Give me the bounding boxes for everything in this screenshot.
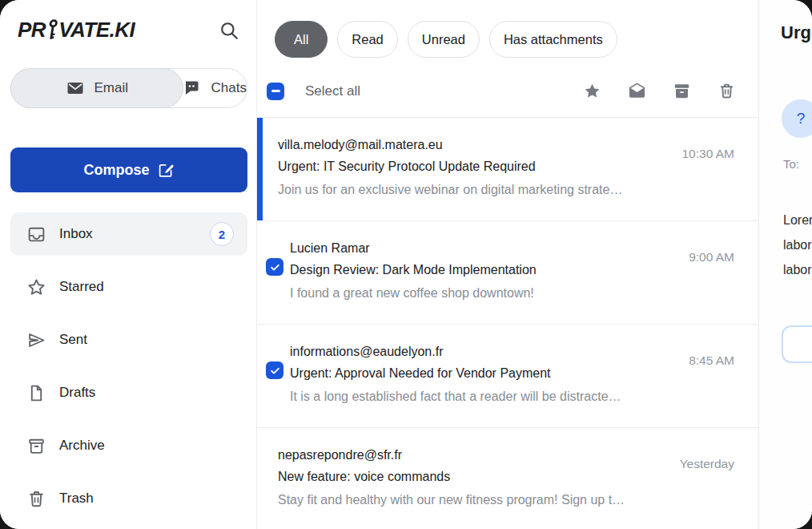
select-all-label: Select all xyxy=(305,83,583,99)
star-action-button[interactable] xyxy=(583,82,601,100)
sidebar: PR VATE.KI Email xyxy=(0,0,257,529)
app-logo: PR VATE.KI xyxy=(18,18,135,42)
email-preview: I found a great new coffee shop downtown… xyxy=(290,286,734,301)
send-icon xyxy=(26,330,46,350)
email-row[interactable]: villa.melody@mail.matera.eu Urgent: IT S… xyxy=(257,118,758,221)
email-time: 9:00 AM xyxy=(689,250,734,264)
mark-read-icon xyxy=(628,82,646,100)
sidebar-item-starred[interactable]: Starred xyxy=(10,265,247,309)
key-icon xyxy=(46,18,59,41)
detail-to-label: To: xyxy=(783,157,799,171)
check-icon xyxy=(270,262,280,273)
envelope-icon xyxy=(66,79,85,98)
email-preview: Stay fit and healthy with our new fitnes… xyxy=(278,493,734,507)
detail-subject-title: Urgent: IT Security Protocol Update Requ… xyxy=(781,22,812,43)
filter-chip-all[interactable]: All xyxy=(275,21,328,58)
email-sender: nepasrepondre@sfr.fr xyxy=(278,448,734,462)
mode-toggle: Email Chats xyxy=(10,68,247,108)
email-row[interactable]: nepasrepondre@sfr.fr New feature: voice … xyxy=(257,428,758,529)
body-line: laboris nisi ut aliquip ex ea commodo xyxy=(783,263,812,277)
sidebar-item-label: Drafts xyxy=(59,385,234,401)
filter-chip-read[interactable]: Read xyxy=(337,21,397,58)
email-checkbox[interactable] xyxy=(266,258,283,276)
bulk-actions xyxy=(583,82,736,100)
filter-chip-has-attachments[interactable]: Has attachments xyxy=(489,21,617,58)
email-time: 10:30 AM xyxy=(682,147,735,161)
detail-body-text: Lorem ipsum dolor sit amet, consectetur … xyxy=(783,213,812,288)
archive-action-button[interactable] xyxy=(673,82,691,100)
email-row[interactable]: Lucien Ramar Design Review: Dark Mode Im… xyxy=(257,221,758,325)
compose-button[interactable]: Compose xyxy=(10,147,247,192)
email-subject: New feature: voice commands xyxy=(278,470,734,484)
body-line: labore et dolore magna aliqua. Ut enim xyxy=(783,238,812,252)
inbox-unread-badge: 2 xyxy=(210,222,234,246)
tab-email[interactable]: Email xyxy=(10,68,183,108)
email-list-pane: All Read Unread Has attachments Select a… xyxy=(257,0,759,529)
sidebar-item-label: Inbox xyxy=(59,226,210,242)
archive-icon xyxy=(26,436,46,456)
email-subject: Urgent: IT Security Protocol Update Requ… xyxy=(278,160,734,174)
draft-icon xyxy=(26,383,46,403)
open-email-accent-bar xyxy=(257,118,263,220)
email-subject: Design Review: Dark Mode Implementation xyxy=(290,263,734,277)
search-icon xyxy=(219,20,239,41)
body-line: Lorem ipsum dolor sit amet, consectetur xyxy=(783,213,812,228)
tab-email-label: Email xyxy=(94,80,129,96)
email-preview: It is a long established fact that a rea… xyxy=(290,390,734,404)
reply-input[interactable] xyxy=(782,325,812,363)
check-icon xyxy=(270,365,280,376)
trash-icon xyxy=(26,489,46,509)
chat-icon xyxy=(183,79,202,98)
bulk-action-bar: Select all xyxy=(257,71,758,118)
email-checkbox[interactable] xyxy=(266,361,283,379)
email-sender: informations@eaudelyon.fr xyxy=(290,345,734,359)
tab-chats[interactable]: Chats xyxy=(183,69,247,107)
inbox-icon xyxy=(26,224,46,244)
sidebar-item-label: Sent xyxy=(59,332,234,348)
app-window: PR VATE.KI Email xyxy=(0,0,812,529)
delete-action-button[interactable] xyxy=(718,82,736,100)
email-sender: villa.melody@mail.matera.eu xyxy=(278,138,734,152)
sidebar-item-sent[interactable]: Sent xyxy=(10,318,247,361)
star-icon xyxy=(583,82,601,100)
star-icon xyxy=(26,277,46,297)
sidebar-item-label: Trash xyxy=(59,491,234,507)
email-time: 8:45 AM xyxy=(689,353,734,368)
tab-chats-label: Chats xyxy=(211,80,247,96)
sidebar-item-label: Archive xyxy=(59,438,234,454)
sidebar-item-drafts[interactable]: Drafts xyxy=(10,371,247,414)
filter-chip-unread[interactable]: Unread xyxy=(408,21,480,58)
filter-chips: All Read Unread Has attachments xyxy=(257,0,758,58)
archive-icon xyxy=(673,82,691,100)
email-subject: Urgent: Approval Needed for Vendor Payme… xyxy=(290,366,734,381)
sidebar-item-trash[interactable]: Trash xyxy=(10,477,247,520)
logo-text-prefix: PR xyxy=(18,18,46,42)
sender-avatar: ? xyxy=(782,99,812,138)
email-row[interactable]: informations@eaudelyon.fr Urgent: Approv… xyxy=(257,325,758,428)
edit-icon xyxy=(158,162,175,179)
email-sender: Lucien Ramar xyxy=(290,241,734,256)
delete-icon xyxy=(718,82,736,100)
sidebar-nav: Inbox 2 Starred Sent Draf xyxy=(10,212,247,529)
email-time: Yesterday xyxy=(680,457,734,471)
email-preview: Join us for an exclusive webinar on digi… xyxy=(278,183,734,197)
sidebar-item-inbox[interactable]: Inbox 2 xyxy=(10,212,247,256)
sidebar-item-archive[interactable]: Archive xyxy=(10,424,247,467)
select-all-checkbox[interactable] xyxy=(267,83,284,100)
sidebar-item-label: Starred xyxy=(59,279,234,295)
search-button[interactable] xyxy=(216,18,242,43)
mark-read-action-button[interactable] xyxy=(628,82,646,100)
email-detail-pane: Urgent: IT Security Protocol Update Requ… xyxy=(759,0,812,529)
logo-text-suffix: VATE.KI xyxy=(58,18,135,42)
compose-label: Compose xyxy=(83,162,149,179)
